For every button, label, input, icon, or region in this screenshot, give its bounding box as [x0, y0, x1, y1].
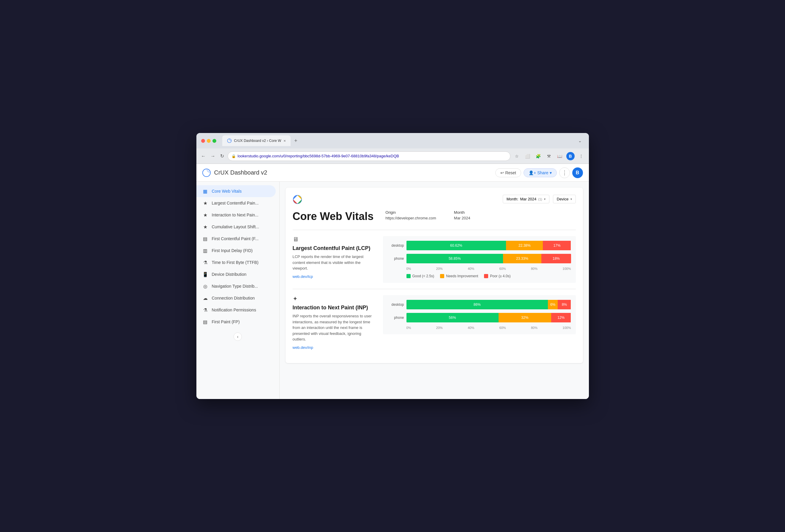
sidebar-item-notification-permissions[interactable]: ⚗ Notification Permissions — [196, 304, 276, 316]
maximize-button[interactable] — [212, 139, 216, 143]
tab-search-button[interactable]: ⬜ — [524, 152, 532, 160]
lcp-desc-text: LCP reports the render time of the large… — [293, 254, 376, 271]
sidebar-item-first-paint[interactable]: ▤ First Paint (FP) — [196, 316, 276, 328]
lcp-bar-chart: desktop 60.62% 22.38% 17% phone — [388, 241, 571, 278]
reset-icon: ↩ — [500, 170, 504, 175]
new-tab-button[interactable]: + — [292, 137, 300, 145]
interaction-to-next-paint-icon: ★ — [202, 212, 208, 218]
lcp-phone-good: 58.85% — [406, 254, 503, 263]
sidebar-item-interaction-to-next-paint[interactable]: ★ Interaction to Next Pain... — [196, 209, 276, 221]
inp-x-20: 20% — [436, 326, 443, 329]
inp-bar-chart: desktop 86% 6% 8% phone — [388, 300, 571, 329]
largest-contentful-paint-icon: ★ — [202, 200, 208, 206]
sidebar-item-time-to-first-byte[interactable]: ⚗ Time to First Byte (TTFB) — [196, 257, 276, 268]
time-to-first-byte-icon: ⚗ — [202, 260, 208, 265]
report-main-title: Core Web Vitals — [293, 210, 374, 223]
tab-close-button[interactable]: ✕ — [283, 139, 286, 142]
inp-phone-row: phone 56% 32% 12% — [388, 313, 571, 322]
sidebar-label-device-distribution: Device Distribution — [212, 272, 247, 277]
address-bar: ← → ↻ 🔒 lookerstudio.google.com/u/0/repo… — [196, 149, 589, 164]
inp-x-0: 0% — [406, 326, 411, 329]
forward-button[interactable]: → — [209, 152, 217, 160]
sidebar-item-core-web-vitals[interactable]: ▦ Core Web Vitals — [196, 185, 276, 197]
legend-needs-label: Needs Improvement — [446, 274, 478, 278]
legend-needs-color — [440, 274, 444, 278]
sidebar: ▦ Core Web Vitals ★ Largest Contentful P… — [196, 182, 280, 399]
minimize-button[interactable] — [207, 139, 211, 143]
sidebar-item-cumulative-layout-shift[interactable]: ★ Cumulative Layout Shift... — [196, 221, 276, 233]
browser-menu-button[interactable]: ⌄ — [576, 137, 584, 145]
inp-desktop-row: desktop 86% 6% 8% — [388, 300, 571, 309]
inp-link[interactable]: web.dev/inp — [293, 345, 313, 350]
legend-poor-color — [484, 274, 488, 278]
cumulative-layout-shift-icon: ★ — [202, 224, 208, 230]
sidebar-label-first-input-delay: First Input Delay (FID) — [212, 248, 253, 253]
lcp-icon: 🖥 — [293, 236, 376, 243]
lcp-desktop-track: 60.62% 22.38% 17% — [406, 241, 571, 250]
share-icon: 👤+ — [529, 170, 536, 175]
lcp-phone-poor: 18% — [541, 254, 571, 263]
month-dropdown[interactable]: Month: Mar 2024 (1) ▾ — [503, 195, 549, 203]
first-input-delay-icon: ▥ — [202, 247, 208, 254]
extensions-button[interactable]: 🧩 — [534, 152, 542, 160]
sidebar-label-first-paint: First Paint (FP) — [212, 319, 240, 324]
profile-button[interactable]: B — [566, 152, 575, 160]
sidebar-item-connection-distribution[interactable]: ☁ Connection Distribution — [196, 292, 276, 304]
origin-value: https://developer.chrome.com — [385, 216, 436, 220]
tab-bar: CrUX Dashboard v2 › Core W ✕ + — [222, 135, 300, 146]
close-button[interactable] — [201, 139, 205, 143]
core-web-vitals-icon: ▦ — [202, 188, 208, 194]
origin-group: Origin https://developer.chrome.com — [385, 210, 436, 220]
report-header: Month: Mar 2024 (1) ▾ Device ▾ — [293, 195, 576, 204]
sidebar-label-largest-contentful-paint: Largest Contentful Pain... — [212, 201, 259, 206]
app-title: CrUX Dashboard v2 — [214, 169, 492, 176]
month-label: Month: — [507, 197, 518, 201]
inp-desktop-track: 86% 6% 8% — [406, 300, 571, 309]
device-dropdown[interactable]: Device ▾ — [553, 195, 576, 203]
lcp-section: 🖥 Largest Contentful Paint (LCP) LCP rep… — [293, 236, 576, 283]
sidebar-item-first-input-delay[interactable]: ▥ First Input Delay (FID) — [196, 245, 276, 257]
reader-button[interactable]: 📖 — [556, 152, 564, 160]
app-header: CrUX Dashboard v2 ↩ Reset 👤+ Share ▾ ⋮ B — [196, 164, 589, 182]
lcp-desktop-poor: 17% — [543, 241, 571, 250]
address-field[interactable]: 🔒 lookerstudio.google.com/u/0/reporting/… — [228, 152, 510, 161]
x-label-20: 20% — [436, 267, 443, 270]
sidebar-collapse-button[interactable]: ‹ — [233, 332, 242, 341]
sidebar-item-largest-contentful-paint[interactable]: ★ Largest Contentful Pain... — [196, 197, 276, 209]
lcp-desktop-good: 60.62% — [406, 241, 506, 250]
sidebar-label-core-web-vitals: Core Web Vitals — [212, 189, 242, 193]
lcp-link[interactable]: web.dev/lcp — [293, 274, 313, 279]
sidebar-item-device-distribution[interactable]: 📱 Device Distribution — [196, 268, 276, 280]
inp-phone-poor: 12% — [551, 313, 571, 322]
first-paint-icon: ▤ — [202, 319, 208, 325]
inp-desktop-good: 86% — [406, 300, 548, 309]
share-button[interactable]: 👤+ Share ▾ — [524, 168, 557, 177]
tab-title: CrUX Dashboard v2 › Core W — [234, 139, 281, 143]
divider-2 — [293, 289, 576, 289]
inp-x-80: 80% — [531, 326, 537, 329]
lcp-legend: Good (< 2.5s) Needs Improvement Poor (≥ … — [406, 274, 571, 278]
active-tab[interactable]: CrUX Dashboard v2 › Core W ✕ — [222, 135, 291, 146]
legend-poor: Poor (≥ 4.0s) — [484, 274, 510, 278]
inp-desktop-needs: 6% — [548, 300, 558, 309]
month-value: Mar 2024 — [520, 197, 536, 201]
inp-desktop-label: desktop — [388, 302, 404, 307]
reset-button[interactable]: ↩ Reset — [495, 168, 521, 177]
lcp-phone-row: phone 58.85% 23.33% 18% — [388, 254, 571, 263]
bookmark-button[interactable]: ☆ — [513, 152, 521, 160]
share-dropdown-icon: ▾ — [550, 170, 552, 175]
month-count: (1) — [538, 197, 542, 201]
back-button[interactable]: ← — [200, 152, 207, 160]
inp-phone-label: phone — [388, 316, 404, 320]
x-label-0: 0% — [406, 267, 411, 270]
more-options-button[interactable]: ⋮ — [559, 167, 570, 178]
legend-good-color — [406, 274, 411, 278]
chrome-menu-button[interactable]: ⋮ — [577, 152, 585, 160]
device-dropdown-arrow: ▾ — [571, 197, 572, 201]
sidebar-item-first-contentful-paint[interactable]: ▤ First Contentful Paint (F... — [196, 233, 276, 245]
reload-button[interactable]: ↻ — [219, 152, 225, 160]
lcp-desktop-needs: 22.38% — [506, 241, 543, 250]
sidebar-item-navigation-type-distrib[interactable]: ◎ Navigation Type Distrib... — [196, 280, 276, 292]
sidebar-label-interaction-to-next-paint: Interaction to Next Pain... — [212, 213, 258, 217]
devtools-button[interactable]: ⚒ — [545, 152, 553, 160]
